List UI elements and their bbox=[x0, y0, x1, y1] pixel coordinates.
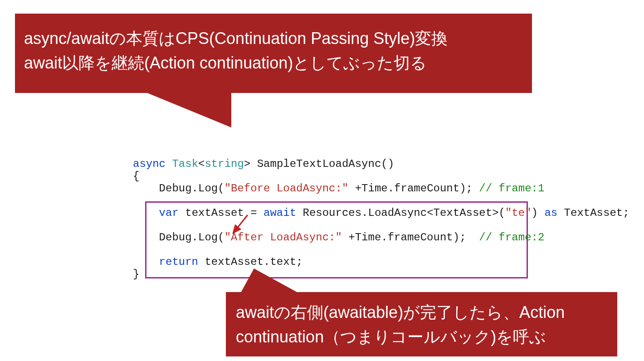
callout-bottom: awaitの右側(awaitable)が完了したら、Action continu… bbox=[226, 292, 617, 356]
callout-top-line2: await以降を継続(Action continuation)としてぶった切る bbox=[24, 51, 523, 75]
callout-bottom-line2: continuation（つまりコールバック)を呼ぶ bbox=[236, 325, 608, 349]
callout-top-line1: async/awaitの本質はCPS(Continuation Passing … bbox=[24, 26, 523, 51]
return-expr: textAsset.text; bbox=[198, 256, 302, 268]
sig-rest: SampleTextLoadAsync() bbox=[250, 158, 394, 170]
log-after-cmt: // frame:2 bbox=[479, 231, 544, 244]
kw-async: async bbox=[133, 158, 166, 170]
as-type: TextAsset; bbox=[557, 207, 629, 219]
svg-marker-2 bbox=[240, 268, 299, 293]
log-before-a: Debug.Log( bbox=[159, 182, 224, 195]
indent bbox=[133, 207, 159, 219]
kw-as: as bbox=[544, 207, 557, 219]
callout-bottom-line1: awaitの右側(awaitable)が完了したら、Action bbox=[236, 300, 608, 325]
log-before-str: "Before LoadAsync:" bbox=[224, 182, 349, 195]
kw-return: return bbox=[159, 256, 198, 268]
type-string: string bbox=[205, 158, 244, 170]
brace-open: { bbox=[133, 170, 139, 182]
svg-marker-0 bbox=[145, 92, 231, 127]
log-after-a: Debug.Log( bbox=[159, 231, 224, 244]
indent bbox=[133, 231, 159, 244]
kw-await: await bbox=[263, 207, 296, 219]
load-call-a: Resources.LoadAsync<TextAsset>( bbox=[296, 207, 505, 219]
log-before-cmt: // frame:1 bbox=[479, 182, 544, 195]
callout-top: async/awaitの本質はCPS(Continuation Passing … bbox=[15, 14, 532, 93]
angle-lt: < bbox=[198, 158, 205, 170]
log-after-b: +Time.frameCount); bbox=[342, 231, 479, 244]
callout-bottom-pointer-icon bbox=[240, 268, 299, 295]
indent bbox=[133, 256, 159, 268]
arrow-icon bbox=[229, 214, 251, 239]
angle-gt: > bbox=[244, 158, 250, 170]
slide: async/awaitの本質はCPS(Continuation Passing … bbox=[0, 0, 644, 361]
kw-var: var bbox=[159, 207, 179, 219]
svg-line-1 bbox=[233, 215, 248, 233]
log-before-b: +Time.frameCount); bbox=[348, 182, 479, 195]
indent bbox=[133, 182, 159, 195]
type-task: Task bbox=[172, 158, 198, 170]
load-call-b: ) bbox=[532, 207, 545, 219]
load-call-str: "te" bbox=[505, 207, 532, 219]
code-block: async Task<string> SampleTextLoadAsync()… bbox=[133, 158, 629, 280]
brace-close: } bbox=[133, 268, 139, 280]
